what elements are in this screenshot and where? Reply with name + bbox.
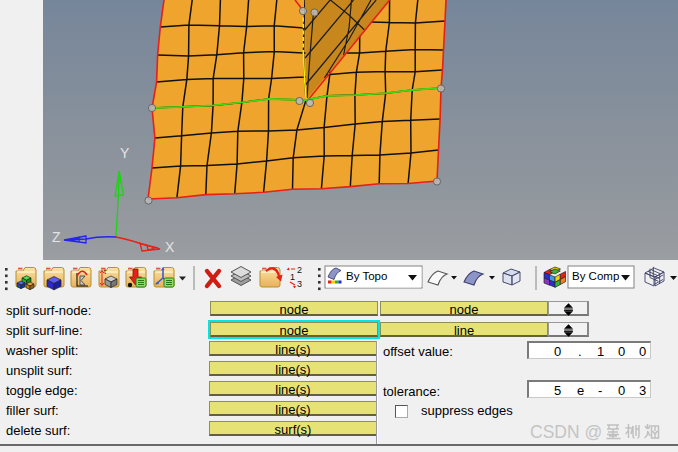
svg-text:X: X bbox=[165, 239, 175, 255]
svg-text:CSDN @: CSDN @ bbox=[530, 423, 602, 441]
svg-text:By Comp: By Comp bbox=[572, 270, 619, 282]
svg-text:3: 3 bbox=[297, 279, 302, 289]
svg-text:1: 1 bbox=[290, 272, 295, 282]
svg-text:t: t bbox=[104, 268, 106, 275]
svg-text:Z: Z bbox=[52, 229, 61, 245]
svg-text:Y: Y bbox=[120, 145, 130, 161]
svg-text:By Topo: By Topo bbox=[346, 270, 387, 282]
svg-text:2: 2 bbox=[297, 265, 302, 275]
